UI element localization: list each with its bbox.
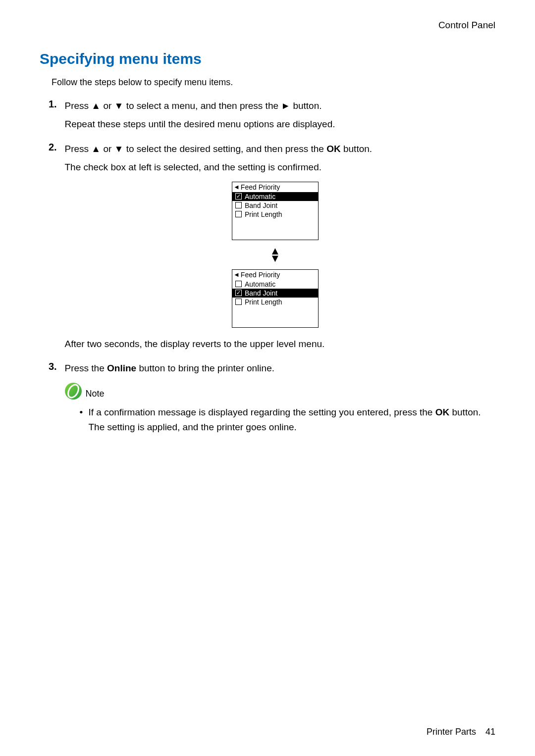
step-2-after-text: After two seconds, the display reverts t… [64, 337, 485, 351]
lcd-title-row: ◄ Feed Priority [232, 182, 318, 192]
lcd-row-label: Automatic [245, 280, 275, 288]
lcd-row-label: Automatic [245, 193, 275, 201]
checkbox-icon [235, 193, 242, 200]
step-3-line-1: Press the Online button to bring the pri… [64, 361, 485, 375]
step-number: 1. [49, 99, 62, 110]
up-arrow-icon: ▲ [91, 144, 101, 154]
lcd-row-label: Band Joint [245, 202, 277, 209]
lcd-row-automatic: Automatic [232, 192, 318, 201]
lcd-screen-after: ◄ Feed Priority Automatic Band Joint [232, 269, 319, 328]
page: Control Panel Specifying menu items Foll… [0, 0, 535, 756]
note-item: If a confirmation message is displayed r… [79, 405, 485, 434]
step-1-line-2: Repeat these steps until the desired men… [64, 117, 485, 131]
header-section-label: Control Panel [40, 20, 495, 31]
checkbox-icon [235, 211, 242, 217]
lcd-row-print-length: Print Length [232, 298, 318, 306]
note-list: If a confirmation message is displayed r… [79, 405, 485, 434]
lcd-row-label: Print Length [245, 210, 282, 218]
lcd-screen-before: ◄ Feed Priority Automatic Band Joint [232, 182, 319, 240]
checkbox-icon [235, 299, 242, 305]
down-arrow-icon: ▼ [64, 254, 485, 262]
lcd-row-band-joint: Band Joint [232, 289, 318, 298]
down-arrow-icon: ▼ [114, 144, 124, 154]
right-arrow-icon: ► [281, 101, 290, 111]
step-2-line-2: The check box at left is selected, and t… [64, 160, 485, 174]
lcd-title-text: Feed Priority [241, 271, 280, 279]
step-number: 2. [49, 142, 62, 153]
steps-list: 1. Press ▲ or ▼ to select a menu, and th… [49, 99, 495, 434]
lcd-row-label: Print Length [245, 298, 282, 306]
back-arrow-icon: ◄ [233, 271, 240, 278]
up-arrow-icon: ▲ [91, 101, 101, 111]
lcd-row-label: Band Joint [245, 289, 277, 297]
step-1-line-1: Press ▲ or ▼ to select a menu, and then … [64, 99, 485, 113]
step-1: 1. Press ▲ or ▼ to select a menu, and th… [49, 99, 495, 136]
online-button-text: Online [107, 363, 136, 373]
note-label: Note [85, 389, 104, 400]
step-3: 3. Press the Online button to bring the … [49, 361, 495, 434]
ok-button-text: OK [435, 407, 450, 417]
checkbox-icon [235, 202, 242, 208]
intro-text: Follow the steps below to specify menu i… [52, 77, 495, 88]
transition-arrows: ▲ ▼ [64, 247, 485, 262]
lcd-row-automatic: Automatic [232, 280, 318, 289]
lcd-title-row: ◄ Feed Priority [232, 270, 318, 280]
lcd-illustration: ◄ Feed Priority Automatic Band Joint [64, 182, 485, 328]
back-arrow-icon: ◄ [233, 183, 240, 191]
down-arrow-icon: ▼ [114, 101, 124, 111]
checkbox-icon [235, 290, 242, 296]
page-footer: Printer Parts 41 [427, 727, 495, 737]
footer-page-number: 41 [485, 727, 495, 737]
note-icon [64, 382, 82, 400]
lcd-row-print-length: Print Length [232, 210, 318, 219]
lcd-title-text: Feed Priority [241, 183, 280, 191]
lcd-row-band-joint: Band Joint [232, 201, 318, 210]
step-2: 2. Press ▲ or ▼ to select the desired se… [49, 142, 495, 355]
step-number: 3. [49, 361, 62, 372]
step-2-line-1: Press ▲ or ▼ to select the desired setti… [64, 142, 485, 156]
footer-section: Printer Parts [427, 727, 476, 737]
checkbox-icon [235, 281, 242, 287]
section-heading: Specifying menu items [40, 50, 495, 67]
ok-button-text: OK [326, 144, 341, 154]
note-block: Note If a confirmation message is displa… [64, 382, 485, 434]
